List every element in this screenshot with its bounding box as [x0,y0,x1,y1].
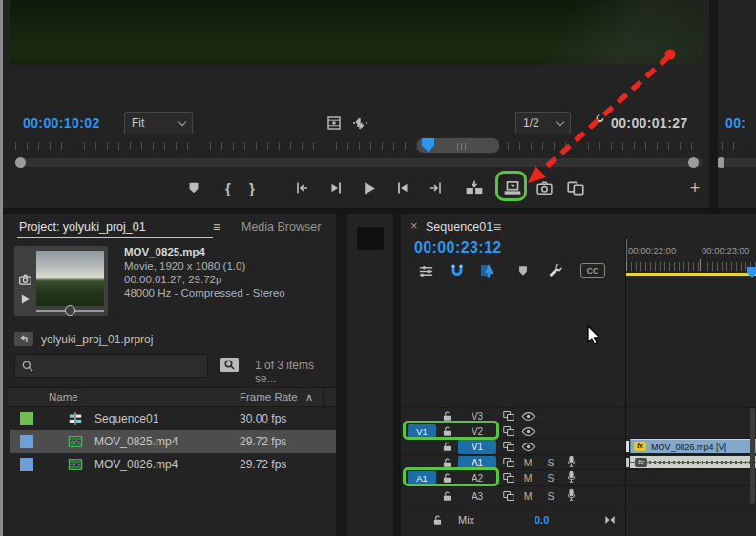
clip-fragment[interactable] [626,458,629,467]
track-visibility-eye-icon[interactable] [521,426,536,437]
source-ruler[interactable] [15,142,703,150]
track-lock-icon[interactable] [441,490,453,503]
tab-sequence01[interactable]: Sequence01 [426,220,493,234]
mute-button[interactable]: M [521,457,535,468]
label-color-chip[interactable] [20,412,33,425]
play-preview-icon[interactable] [19,293,32,305]
export-frame-button[interactable] [534,177,555,198]
source-timecode-current[interactable]: 00:00:10:02 [23,115,100,131]
search-box[interactable] [14,354,208,378]
source-timecode-duration[interactable]: 00:00:01:27 [611,115,688,131]
clip-fragment[interactable] [626,441,629,452]
track-label-a1[interactable]: A1 [458,456,496,470]
voiceover-mic-icon[interactable] [565,470,578,484]
bin-path-label[interactable]: yolyuki_proj_01.prproj [41,333,153,346]
solo-button[interactable]: S [544,457,557,468]
settings-wrench-icon[interactable] [586,113,605,132]
source-scrollbar-track[interactable] [15,158,703,167]
timeline-settings-wrench-icon[interactable] [546,262,563,279]
comparison-view-button[interactable] [565,177,586,198]
captions-cc-icon[interactable]: CC [580,263,605,278]
mute-button[interactable]: M [521,472,535,484]
label-color-chip[interactable] [20,458,33,471]
timeline-timecode[interactable]: 00:00:23:12 [414,239,502,257]
mark-in-button[interactable]: { [218,177,239,198]
list-row-sequence01[interactable]: Sequence01 30.00 fps [10,407,339,430]
divider-project-tools[interactable] [336,214,347,536]
solo-button[interactable]: S [544,472,557,484]
mark-out-button[interactable]: } [242,177,262,198]
source-patch-a1[interactable]: A1 [408,471,436,484]
timeline-marker-icon[interactable] [516,264,530,278]
resolution-dropdown[interactable]: 1/2 [515,112,571,134]
camera-icon[interactable] [18,273,32,287]
timeline-audio-clip[interactable]: fx [630,456,756,468]
track-label-a3[interactable]: A3 [458,489,496,504]
sync-lock-icon[interactable] [502,472,515,484]
snap-magnet-icon[interactable] [449,262,466,279]
timeline-video-clip[interactable]: fx MOV_0826.mp4 [V] [630,439,756,453]
track-lock-icon[interactable] [431,514,444,526]
play-button[interactable] [358,177,379,198]
add-marker-button[interactable] [183,177,204,198]
divider-monitors[interactable] [709,0,718,208]
column-name-header[interactable]: Name [49,391,78,402]
sync-lock-icon[interactable] [502,425,515,437]
preview-scrubber-handle[interactable] [65,305,75,316]
track-label-v3[interactable]: V3 [458,409,496,423]
sync-lock-icon[interactable] [502,490,515,502]
fx-badge[interactable]: fx [634,442,646,451]
go-to-in-button[interactable] [291,177,312,198]
divider-tools-timeline[interactable] [393,214,401,536]
fit-dropdown[interactable]: Fit [124,112,193,134]
source-patch-v1[interactable]: V1 [408,424,436,438]
panel-menu-icon[interactable]: ≡ [213,219,220,235]
tab-project[interactable]: Project: yolyuki_proj_01 [19,220,146,234]
track-lock-icon[interactable] [441,425,453,438]
linked-selection-icon[interactable] [480,262,498,279]
button-editor-plus-button[interactable]: + [684,177,705,198]
track-label-a2[interactable]: A2 [458,471,496,485]
sync-lock-icon[interactable] [502,457,515,468]
go-to-out-button[interactable] [426,177,447,198]
mix-volume-value[interactable]: 0.0 [535,514,549,526]
work-area-bar[interactable] [625,273,756,276]
track-lock-icon[interactable] [441,441,453,453]
track-lock-icon[interactable] [441,410,453,423]
list-row-mov0826[interactable]: MOV_0826.mp4 29.72 fps [10,453,339,476]
source-scrollbar-handle-left[interactable] [15,157,26,168]
search-input[interactable] [40,357,202,375]
column-divider[interactable] [323,388,324,408]
search-bin-icon[interactable] [220,357,239,373]
fx-badge[interactable]: fx [635,458,647,467]
tab-media-browser[interactable]: Media Browser [242,220,321,234]
sync-lock-icon[interactable] [502,410,515,422]
track-lock-icon[interactable] [441,457,453,469]
timeline-vertical-scrollbar[interactable] [750,408,755,504]
sync-lock-icon[interactable] [502,441,515,452]
program-timecode[interactable]: 00: [725,115,746,131]
step-forward-button[interactable] [392,177,413,198]
track-header-divider[interactable] [625,238,626,536]
drag-audio-only-icon[interactable] [351,114,368,132]
program-ruler[interactable] [722,142,756,150]
track-lock-icon[interactable] [441,472,453,484]
sort-ascending-icon[interactable]: ∧ [305,391,313,403]
track-label-v2[interactable]: V2 [458,424,496,439]
voiceover-mic-icon[interactable] [565,488,578,503]
list-row-mov0825[interactable]: MOV_0825.mp4 29.72 fps [10,430,339,453]
navigate-up-icon[interactable] [14,332,33,346]
label-color-chip[interactable] [20,435,33,448]
panel-menu-icon[interactable]: ≡ [494,219,501,235]
overwrite-button[interactable] [502,177,523,198]
sequence-settings-icon[interactable] [418,263,434,279]
track-visibility-eye-icon[interactable] [521,442,536,452]
voiceover-mic-icon[interactable] [565,455,578,469]
timeline-ruler-ticks[interactable] [626,262,756,271]
track-label-v1[interactable]: V1 [458,440,496,454]
insert-button[interactable] [464,177,485,198]
program-scrollbar-track[interactable] [724,158,756,167]
solo-button[interactable]: S [544,490,557,502]
track-visibility-eye-icon[interactable] [521,411,536,422]
mute-button[interactable]: M [521,490,535,502]
